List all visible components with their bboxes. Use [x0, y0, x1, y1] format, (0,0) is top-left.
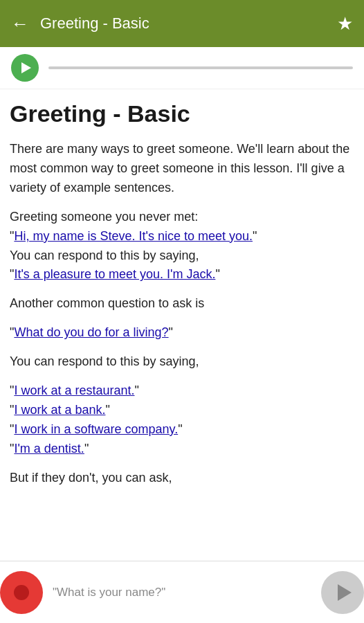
bottom-partial: But if they don't, you can ask, [10, 469, 354, 488]
restaurant-link[interactable]: I work at a restaurant. [14, 383, 134, 397]
common-question-text: Another common question to ask is [10, 296, 204, 310]
audio-bar [0, 47, 364, 89]
progress-bar [48, 66, 353, 69]
quote-close-r2: " [105, 403, 109, 417]
respond-2-label-text: You can respond to this by saying, [10, 354, 199, 368]
top-bar: ← Greeting - Basic ★ [0, 0, 364, 47]
common-question-link-paragraph: "What do you do for a living?" [10, 323, 354, 343]
quote-close-2: " [215, 267, 219, 281]
quote-close-r3: " [178, 422, 182, 436]
greeting-never-met-label: Greeting someone you never met: "Hi, my … [10, 208, 354, 285]
play-button-top[interactable] [11, 54, 39, 82]
dentist-link[interactable]: I'm a dentist. [14, 442, 84, 455]
bank-link[interactable]: I work at a bank. [14, 403, 105, 417]
respond-2-label-paragraph: You can respond to this by saying, [10, 352, 354, 372]
quote-close-1: " [253, 229, 257, 243]
top-title: Greeting - Basic [40, 15, 337, 33]
respond-2-links-paragraph: "I work at a restaurant." "I work at a b… [10, 381, 354, 459]
bottom-bar: "What is your name?" [0, 561, 364, 623]
content-area: Greeting - Basic There are many ways to … [0, 89, 364, 487]
play-button-bottom[interactable] [321, 571, 364, 614]
lesson-title: Greeting - Basic [10, 100, 354, 127]
bottom-text-area: "What is your name?" [43, 586, 321, 599]
bottom-text: "What is your name?" [53, 586, 165, 599]
software-company-link[interactable]: I work in a software company. [14, 422, 178, 436]
quote-close-r1: " [134, 383, 138, 397]
intro-paragraph: There are many ways to greet someone. We… [10, 140, 354, 198]
common-question-paragraph: Another common question to ask is [10, 294, 354, 314]
record-icon [14, 585, 29, 600]
record-button[interactable] [0, 571, 43, 614]
bottom-partial-text: But if they don't, you can ask, [10, 471, 172, 485]
quote-close-3: " [169, 325, 173, 339]
back-button[interactable]: ← [11, 13, 29, 35]
greeting-never-met-link[interactable]: Hi, my name is Steve. It's nice to meet … [14, 229, 253, 243]
intro-text: There are many ways to greet someone. We… [10, 142, 349, 195]
respond-1-text: You can respond to this by saying, [10, 249, 199, 262]
greeting-never-met-text: Greeting someone you never met: [10, 210, 198, 224]
respond-1-link[interactable]: It's a pleasure to meet you. I'm Jack. [14, 267, 215, 281]
star-button[interactable]: ★ [337, 13, 353, 35]
what-do-you-do-link[interactable]: What do you do for a living? [14, 325, 168, 339]
quote-close-r4: " [84, 442, 89, 455]
